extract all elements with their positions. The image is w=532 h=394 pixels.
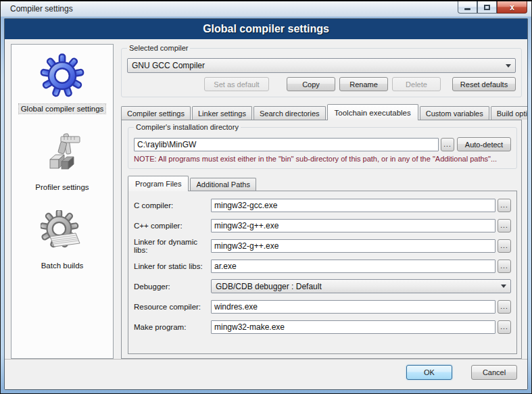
group-label: Compiler's installation directory xyxy=(134,123,241,132)
field-row-resource-compiler: Resource compiler: ... xyxy=(134,299,511,314)
minimize-icon xyxy=(464,8,470,10)
browse-make-program-button[interactable]: ... xyxy=(498,320,511,334)
auto-detect-button[interactable]: Auto-detect xyxy=(457,137,511,151)
field-row-make-program: Make program: ... xyxy=(134,320,511,334)
debugger-select-value: GDB/CDB debugger : Default xyxy=(216,282,322,291)
note-text: NOTE: All programs must exist either in … xyxy=(134,155,511,163)
browse-resource-compiler-button[interactable]: ... xyxy=(498,300,511,314)
resource-compiler-input[interactable] xyxy=(211,300,495,314)
group-label: Selected compiler xyxy=(127,44,190,53)
field-row-debugger: Debugger: GDB/CDB debugger : Default xyxy=(134,279,511,293)
sidebar-item-label: Profiler settings xyxy=(33,182,91,192)
sidebar-item-profiler-settings[interactable]: Profiler settings xyxy=(11,123,113,192)
installation-directory-input[interactable] xyxy=(134,138,439,151)
tab-custom-variables[interactable]: Custom variables xyxy=(420,106,489,120)
dynamic-linker-input[interactable] xyxy=(211,239,495,253)
field-row-cpp-compiler: C++ compiler: ... xyxy=(134,218,511,232)
chevron-down-icon xyxy=(501,285,506,288)
dialog-footer: OK Cancel xyxy=(5,359,527,389)
window-title: Compiler settings xyxy=(10,4,73,14)
settings-tabstrip: Compiler settings Linker settings Search… xyxy=(121,103,522,120)
close-icon: x xyxy=(510,3,514,11)
reset-defaults-button[interactable]: Reset defaults xyxy=(452,77,516,91)
set-as-default-button[interactable]: Set as default xyxy=(204,77,269,91)
tab-build-options[interactable]: Build options xyxy=(491,106,528,120)
sidebar-item-label: Global compiler settings xyxy=(19,104,106,114)
installation-directory-group: Compiler's installation directory ... Au… xyxy=(128,127,517,169)
close-button[interactable]: x xyxy=(497,1,527,14)
cpp-compiler-input[interactable] xyxy=(211,219,495,232)
program-files-panel: C compiler: ... C++ compiler: ... Linker… xyxy=(128,191,517,354)
delete-button[interactable]: Delete xyxy=(392,77,441,91)
dialog-body: Global compiler settings xyxy=(5,39,527,359)
field-label: Linker for dynamic libs: xyxy=(134,238,211,254)
settings-sidebar: Global compiler settings xyxy=(11,44,114,359)
compiler-buttons-row: Set as default Copy Rename Delete Reset … xyxy=(127,73,516,91)
installation-directory-row: ... Auto-detect xyxy=(134,137,511,151)
compiler-settings-window: Compiler settings x Global compiler sett… xyxy=(0,0,532,394)
field-row-c-compiler: C compiler: ... xyxy=(134,198,511,212)
maximize-button[interactable] xyxy=(477,1,497,14)
tab-search-directories[interactable]: Search directories xyxy=(253,106,326,120)
titlebar[interactable]: Compiler settings x xyxy=(1,1,531,17)
gray-gear-stack-icon xyxy=(41,210,84,255)
browse-cpp-compiler-button[interactable]: ... xyxy=(498,219,511,232)
tab-linker-settings[interactable]: Linker settings xyxy=(192,106,252,120)
field-row-static-linker: Linker for static libs: ... xyxy=(134,259,511,273)
tab-program-files[interactable]: Program Files xyxy=(128,176,189,191)
cancel-button[interactable]: Cancel xyxy=(471,365,517,380)
tab-toolchain-executables[interactable]: Toolchain executables xyxy=(327,104,418,120)
tab-compiler-settings[interactable]: Compiler settings xyxy=(121,106,191,120)
page-title: Global compiler settings xyxy=(5,19,527,39)
debugger-select[interactable]: GDB/CDB debugger : Default xyxy=(211,279,511,293)
browse-dynamic-linker-button[interactable]: ... xyxy=(498,239,511,253)
browse-directory-button[interactable]: ... xyxy=(441,138,454,151)
field-label: Debugger: xyxy=(134,282,211,291)
window-controls: x xyxy=(458,1,527,14)
browse-static-linker-button[interactable]: ... xyxy=(498,260,511,273)
compiler-select-value: GNU GCC Compiler xyxy=(132,61,205,70)
dialog-frame: Global compiler settings xyxy=(4,18,528,390)
program-files-tabstrip: Program Files Additional Paths xyxy=(128,175,517,191)
static-linker-input[interactable] xyxy=(211,260,495,273)
selected-compiler-group: Selected compiler GNU GCC Compiler Set a… xyxy=(121,48,522,97)
field-label: Linker for static libs: xyxy=(134,262,211,270)
blue-gear-icon xyxy=(40,53,84,98)
caliper-icon xyxy=(41,132,84,176)
sidebar-item-label: Batch builds xyxy=(39,261,86,270)
copy-button[interactable]: Copy xyxy=(287,77,335,91)
rename-button[interactable]: Rename xyxy=(339,77,388,91)
ok-button[interactable]: OK xyxy=(406,365,452,380)
main-panel: Selected compiler GNU GCC Compiler Set a… xyxy=(121,44,522,359)
field-label: C++ compiler: xyxy=(134,222,211,230)
field-label: Resource compiler: xyxy=(134,303,211,311)
maximize-icon xyxy=(484,5,490,10)
minimize-button[interactable] xyxy=(458,1,477,14)
field-row-dynamic-linker: Linker for dynamic libs: ... xyxy=(134,239,511,253)
tab-additional-paths[interactable]: Additional Paths xyxy=(190,178,256,191)
chevron-down-icon xyxy=(506,64,511,68)
browse-c-compiler-button[interactable]: ... xyxy=(498,199,511,212)
sidebar-item-batch-builds[interactable]: Batch builds xyxy=(11,201,113,270)
field-label: Make program: xyxy=(134,323,211,331)
c-compiler-input[interactable] xyxy=(211,199,495,212)
make-program-input[interactable] xyxy=(211,320,495,334)
compiler-select[interactable]: GNU GCC Compiler xyxy=(127,58,516,73)
toolchain-executables-panel: Compiler's installation directory ... Au… xyxy=(121,120,522,359)
field-label: C compiler: xyxy=(134,201,211,210)
sidebar-item-global-compiler-settings[interactable]: Global compiler settings xyxy=(11,45,113,114)
